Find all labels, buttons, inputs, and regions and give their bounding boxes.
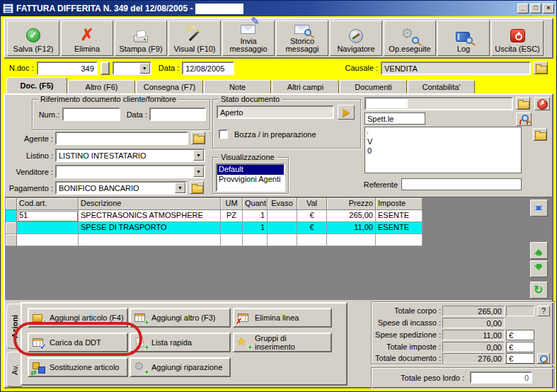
exit-button[interactable]: Uscita (ESC) [491, 21, 544, 56]
referente-field[interactable] [401, 178, 522, 190]
grid-cell[interactable] [17, 234, 79, 246]
causale-folder-icon[interactable] [534, 62, 548, 74]
tab-consegna[interactable]: Consegna (F7) [136, 80, 203, 93]
pagamento-folder-icon[interactable] [190, 181, 204, 194]
grid-cell[interactable] [17, 222, 79, 234]
listino-combo[interactable]: LISTINO INTESTATARIO [55, 149, 205, 162]
num-field[interactable] [62, 108, 120, 121]
totale-imposte-currency[interactable]: € [506, 342, 534, 352]
grid-cell[interactable]: 265,00 [327, 210, 376, 222]
list-item[interactable]: Default [217, 165, 284, 175]
quick-list-button[interactable]: Lista rapida [130, 333, 231, 352]
load-from-ddt-button[interactable]: Carica da DDT [28, 333, 128, 352]
grid-header[interactable]: Imposte [376, 198, 423, 210]
row-selector[interactable] [6, 234, 17, 246]
grid-header[interactable]: UM [221, 198, 243, 210]
grid-cell[interactable]: € [297, 210, 327, 222]
totale-documento-currency[interactable]: € [506, 353, 534, 364]
operations-button[interactable]: Op.eseguite [384, 21, 436, 56]
grid-cell[interactable] [327, 234, 376, 246]
grid-cell[interactable]: SPESE DI TRASPORTO [79, 222, 221, 234]
log-button[interactable]: Log [437, 21, 490, 56]
totale-corpo-currency-field[interactable] [506, 306, 534, 316]
grid-cell[interactable]: PZ [221, 210, 243, 222]
contact-search-icon[interactable] [516, 113, 532, 126]
list-item[interactable]: Provvigioni Agenti [217, 175, 284, 185]
ndoc-spin-button[interactable] [101, 62, 110, 75]
agente-field[interactable] [55, 132, 188, 145]
grid-cell[interactable]: € [297, 222, 327, 234]
maximize-button[interactable]: □ [530, 4, 541, 13]
refresh-icon[interactable] [530, 282, 548, 299]
message-history-button[interactable]: Storico messaggi [276, 21, 328, 56]
serie-combo[interactable] [113, 62, 151, 75]
tab-altro[interactable]: Altro (F6) [68, 80, 135, 93]
spettle-field[interactable]: Spett.le [364, 113, 425, 125]
grid-header[interactable]: Descrizione [79, 198, 221, 210]
tab-doc[interactable]: Doc. (F5) [6, 77, 67, 93]
grid-cell[interactable] [297, 234, 327, 246]
detail-zoom-icon[interactable] [537, 353, 550, 364]
print-button[interactable]: Stampa (F9) [115, 21, 167, 56]
tab-documenti[interactable]: Documenti [340, 80, 407, 93]
navigator-button[interactable]: Navigatore [330, 21, 382, 56]
grid-cell[interactable] [79, 234, 221, 246]
grid-cell[interactable]: 1 [243, 222, 268, 234]
chevron-down-icon[interactable] [175, 183, 185, 193]
row-selector[interactable] [6, 210, 17, 222]
grid-cell[interactable] [268, 222, 297, 234]
move-updown-icon[interactable] [530, 200, 548, 217]
pagamento-combo[interactable]: BONIFICO BANCARIO [55, 181, 187, 195]
clear-intestatario-icon[interactable] [534, 97, 550, 110]
grid-cell[interactable] [376, 234, 423, 246]
grid-cell[interactable] [268, 234, 297, 246]
grid-cell[interactable]: ESENTE [376, 210, 423, 222]
replace-article-button[interactable]: ⇄ Sostituzione articolo [28, 357, 128, 377]
move-up-icon[interactable] [530, 242, 548, 259]
tab-avanzate[interactable]: Av. [6, 352, 22, 387]
stato-action-button[interactable] [338, 105, 355, 120]
chevron-down-icon[interactable] [193, 150, 204, 161]
venditore-combo[interactable] [55, 165, 205, 178]
delete-button[interactable]: Elimina [61, 21, 113, 56]
peso-value[interactable]: 0 [470, 371, 532, 384]
insert-groups-button[interactable]: Gruppi di inserimento [233, 333, 332, 352]
preview-button[interactable]: Visual (F10) [168, 21, 221, 56]
address-folder-icon[interactable] [533, 128, 547, 141]
close-button[interactable]: × [543, 4, 554, 13]
grid-cell[interactable] [243, 234, 268, 246]
data-field[interactable]: 12/08/2005 [182, 62, 234, 75]
grid-header[interactable]: Cod.art. [17, 198, 79, 210]
grid-cell[interactable]: SPECTRASONICS ATMOSPHERE [79, 210, 221, 222]
tab-altri-campi[interactable]: Altri campi [272, 80, 339, 93]
intestatario-folder-icon[interactable] [516, 97, 530, 110]
minimize-button[interactable]: _ [517, 4, 529, 13]
tab-note[interactable]: Note [204, 80, 271, 93]
grid-cell[interactable] [221, 234, 243, 246]
send-message-button[interactable]: Invia messaggio [222, 21, 275, 56]
chevron-down-icon[interactable] [139, 63, 150, 74]
add-other-button[interactable]: Aggiungi altro (F3) [130, 308, 231, 328]
grid-header[interactable]: Val [297, 198, 327, 210]
causale-field[interactable]: VENDITA [381, 62, 531, 75]
grid-cell[interactable]: ESENTE [376, 222, 423, 234]
grid-header[interactable]: Prezzo [327, 198, 376, 210]
delete-line-button[interactable]: Elimina linea [233, 308, 332, 328]
spese-spedizione-currency[interactable]: € [506, 330, 534, 340]
grid-cell[interactable]: 51 [17, 210, 79, 222]
row-selector[interactable] [6, 222, 17, 234]
bozza-checkbox[interactable] [219, 129, 228, 139]
grid-cell[interactable]: 1 [243, 210, 268, 222]
add-article-button[interactable]: Aggiungi articolo (F4) [28, 308, 128, 328]
grid-cell[interactable]: 11,00 [327, 222, 376, 234]
rif-data-field[interactable] [149, 108, 206, 121]
move-down-icon[interactable] [530, 260, 548, 277]
chevron-down-icon[interactable] [193, 166, 204, 177]
grid-header[interactable]: Evaso [268, 198, 297, 210]
help-button[interactable]: ? [537, 306, 550, 316]
agente-folder-icon[interactable] [191, 132, 205, 144]
save-button[interactable]: Salva (F12) [7, 21, 59, 56]
grid-header[interactable]: Quant. [243, 198, 268, 210]
grid-cell[interactable] [221, 222, 243, 234]
tab-contabilita[interactable]: Contabilita' [408, 80, 475, 93]
